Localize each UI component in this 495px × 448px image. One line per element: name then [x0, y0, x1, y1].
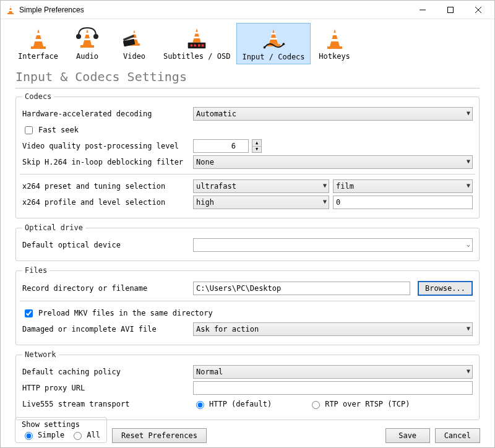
save-button[interactable]: Save [385, 428, 430, 443]
cancel-button[interactable]: Cancel [435, 428, 480, 443]
show-settings-label: Show settings [22, 420, 100, 429]
reset-button[interactable]: Reset Preferences [112, 428, 207, 443]
cone-icon [26, 25, 51, 50]
tab-interface[interactable]: Interface [13, 23, 63, 64]
vlc-app-icon [6, 5, 15, 15]
tab-label: Interface [18, 52, 58, 61]
cone-subs-icon [184, 25, 209, 50]
svg-rect-34 [271, 33, 275, 35]
show-settings-group: Show settings Simple All [15, 417, 107, 443]
spin-up-icon[interactable]: ▲ [252, 140, 261, 147]
vq-spinner[interactable] [193, 139, 249, 153]
svg-rect-3 [9, 10, 12, 11]
svg-point-37 [283, 43, 285, 45]
cone-clapper-icon [122, 25, 147, 50]
svg-rect-5 [447, 7, 453, 12]
show-all-radio[interactable]: All [71, 430, 100, 440]
content-area: Codecs Hardware-accelerated decoding Aut… [1, 88, 494, 420]
svg-rect-30 [198, 45, 200, 47]
tab-subtitles[interactable]: Subtitles / OSD [158, 23, 235, 64]
maximize-button[interactable] [436, 1, 464, 19]
svg-rect-10 [36, 33, 41, 35]
tab-audio[interactable]: Audio [64, 23, 110, 64]
svg-rect-35 [270, 38, 277, 40]
tab-label: Subtitles / OSD [163, 52, 230, 61]
proxy-input[interactable] [193, 381, 473, 395]
tab-label: Input / Codecs [242, 53, 304, 61]
tab-input-codecs[interactable]: Input / Codecs [236, 23, 310, 64]
skip-label: Skip H.264 in-loop deblocking filter [22, 158, 189, 166]
avi-select[interactable]: Ask for action [193, 322, 473, 336]
group-codecs: Codecs Hardware-accelerated decoding Aut… [15, 92, 480, 218]
svg-rect-11 [35, 39, 42, 41]
group-files: Files Record directory or filename Brows… [15, 266, 480, 345]
x264-profile-select[interactable]: high [193, 196, 329, 209]
x264-tune-select[interactable]: film [333, 179, 473, 193]
preload-mkv-label: Preload MKV files in the same directory [38, 309, 213, 317]
preload-mkv-input[interactable] [25, 309, 33, 317]
cache-label: Default caching policy [22, 368, 189, 376]
group-legend: Network [22, 350, 59, 359]
group-legend: Codecs [22, 92, 54, 101]
vq-label: Video quality post-processing level [22, 142, 189, 150]
svg-rect-41 [331, 39, 338, 41]
svg-marker-24 [193, 28, 201, 43]
record-dir-input[interactable] [193, 282, 410, 295]
bottom-bar: Show settings Simple All Reset Preferenc… [0, 417, 495, 443]
preload-mkv-checkbox[interactable]: Preload MKV files in the same directory [22, 306, 473, 320]
svg-point-29 [194, 45, 196, 47]
tab-hotkeys[interactable]: Hotkeys [312, 23, 358, 64]
cache-select[interactable]: Normal [193, 365, 473, 379]
tab-video[interactable]: Video [111, 23, 157, 64]
tab-label: Hotkeys [319, 52, 350, 61]
window-title: Simple Preferences [19, 6, 408, 14]
group-network: Network Default caching policy Normal▼ H… [15, 350, 480, 420]
spinner-buttons[interactable]: ▲▼ [252, 139, 262, 153]
svg-marker-38 [330, 29, 340, 46]
minimize-button[interactable] [408, 1, 436, 19]
svg-marker-8 [33, 29, 43, 46]
hw-decode-select[interactable]: Automatic [193, 107, 473, 121]
svg-rect-31 [202, 45, 204, 47]
group-legend: Optical drive [22, 223, 85, 232]
svg-point-17 [93, 34, 98, 39]
svg-marker-32 [269, 30, 278, 45]
proxy-label: HTTP proxy URL [22, 384, 189, 392]
svg-point-28 [191, 45, 193, 47]
cone-headphones-icon [75, 25, 100, 50]
show-simple-radio[interactable]: Simple [22, 430, 64, 440]
close-button[interactable] [464, 1, 492, 19]
browse-button[interactable]: Browse... [418, 281, 473, 296]
svg-rect-15 [84, 38, 91, 40]
x264-profile-label: x264 profile and level selection [22, 198, 189, 207]
x264-preset-label: x264 preset and tuning selection [22, 182, 189, 191]
tab-label: Video [123, 52, 145, 61]
cone-cables-icon [261, 26, 286, 51]
tab-label: Audio [76, 52, 98, 61]
titlebar: Simple Preferences [1, 1, 494, 19]
page-title: Input & Codecs Settings [1, 66, 494, 85]
hw-decode-label: Hardware-accelerated decoding [22, 110, 189, 118]
optical-device-select[interactable] [193, 238, 473, 252]
svg-rect-26 [194, 37, 200, 38]
skip-select[interactable]: None [193, 155, 473, 169]
x264-preset-select[interactable]: ultrafast [193, 179, 329, 193]
fast-seek-input[interactable] [25, 126, 33, 134]
svg-marker-12 [83, 29, 92, 45]
optical-device-label: Default optical device [22, 241, 189, 249]
live555-label: Live555 stream transport [22, 400, 189, 408]
svg-rect-39 [327, 46, 342, 49]
live555-rtp-radio[interactable]: RTP over RTSP (TCP) [309, 399, 410, 409]
group-optical: Optical drive Default optical device ⌄ [15, 223, 480, 261]
fast-seek-label: Fast seek [38, 126, 79, 134]
svg-rect-21 [131, 38, 138, 40]
svg-rect-2 [9, 7, 12, 8]
x264-level-input[interactable] [333, 196, 473, 209]
avi-label: Damaged or incomplete AVI file [22, 325, 189, 334]
svg-rect-1 [7, 13, 14, 14]
fast-seek-checkbox[interactable]: Fast seek [22, 123, 473, 137]
svg-point-16 [76, 34, 81, 39]
live555-http-radio[interactable]: HTTP (default) [193, 399, 272, 409]
spin-down-icon[interactable]: ▼ [252, 147, 261, 153]
svg-rect-13 [80, 45, 94, 48]
